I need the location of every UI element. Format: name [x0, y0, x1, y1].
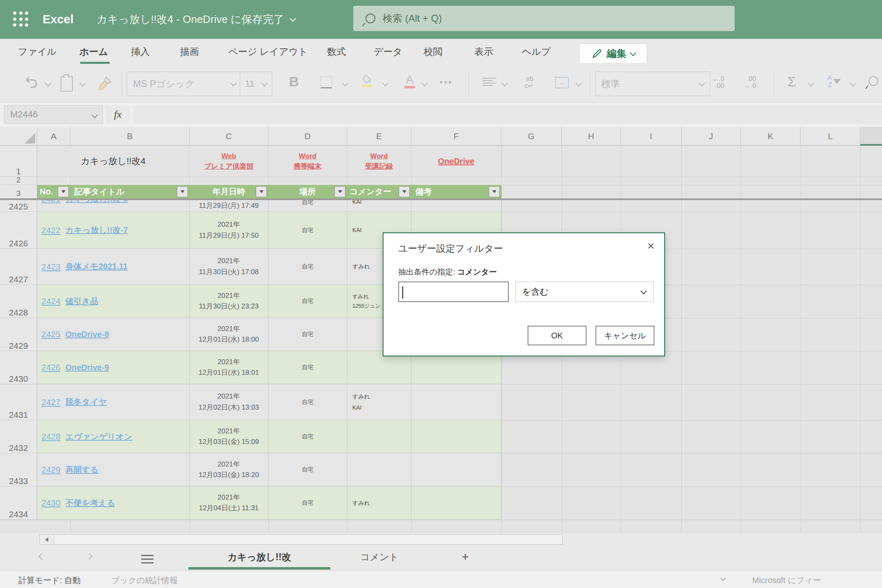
column-header-g[interactable]: G [501, 127, 562, 146]
cell-date[interactable]: 2021年 12月03日(金) 18:20 [189, 453, 268, 486]
row-header-2429[interactable]: 2429 [0, 318, 37, 351]
sheet-tab-comment[interactable]: コメント [360, 545, 399, 569]
row-header-2434[interactable]: 2434 [0, 487, 37, 520]
cell-link-title[interactable]: OneDrive-9 [65, 363, 109, 372]
cell-link-title[interactable]: 脱冬タイヤ [65, 397, 107, 408]
undo-icon[interactable] [24, 74, 40, 91]
tab-review[interactable]: 校閲 [424, 39, 442, 65]
cell-place[interactable]: 自宅 [268, 285, 347, 318]
sheet-nav-left-icon[interactable] [38, 553, 45, 560]
row-header-2426[interactable]: 2426 [0, 212, 37, 249]
row-header-3[interactable]: 3 [0, 185, 37, 198]
autosum-icon[interactable]: Σ [787, 74, 796, 90]
cell-commenter[interactable]: すみれ KAI [347, 384, 411, 420]
cell-link-title[interactable]: カキっ放し!!改-6 [65, 200, 128, 205]
cell-commenter[interactable]: KAI [347, 200, 411, 212]
find-icon[interactable] [868, 76, 878, 86]
cell-note[interactable] [411, 487, 501, 519]
column-header-h[interactable]: H [562, 127, 621, 146]
cancel-button[interactable]: キャンセル [596, 326, 654, 345]
autosum-dropdown-chevron[interactable] [808, 80, 814, 87]
filter-button-title[interactable] [177, 186, 188, 197]
cell-date[interactable]: 2021年 12月04日(土) 11:31 [189, 487, 268, 519]
document-title[interactable]: カキっ放し!!改4 - OneDrive に保存完了 [97, 0, 295, 39]
cell-place[interactable]: 自宅 [268, 212, 347, 248]
tab-insert[interactable]: 挿入 [131, 39, 150, 65]
cell-date[interactable]: 2021年 11月29日(月) 17:50 [189, 212, 268, 248]
cell-link-no[interactable]: 2428 [41, 432, 61, 442]
column-header-m-selected[interactable] [860, 127, 882, 146]
cell-place[interactable]: 自宅 [268, 384, 347, 420]
calc-mode-status[interactable]: 計算モード: 自動 [18, 575, 81, 586]
cell-link-no[interactable]: 2423 [41, 262, 61, 272]
row-header-2431[interactable]: 2431 [0, 384, 37, 420]
cell-date[interactable]: 2021年 11月30日(火) 23:23 [189, 285, 268, 318]
column-header-c[interactable]: C [189, 127, 268, 146]
cell-note[interactable] [411, 420, 501, 453]
cell-place[interactable]: 自宅 [268, 487, 347, 519]
cell-link-title[interactable]: エヴァンゲリオン [65, 431, 133, 442]
merge-cells-icon[interactable]: ↔ [555, 77, 569, 88]
decrease-decimal-icon[interactable]: ←.0 .00 [712, 75, 724, 89]
fx-button[interactable]: fx [106, 105, 130, 124]
column-header-a[interactable]: A [37, 127, 70, 146]
tab-view[interactable]: 表示 [474, 39, 493, 65]
banner-link-word-mobile[interactable]: Word 携帯端末 [268, 146, 347, 177]
cell-commenter[interactable] [347, 453, 411, 486]
sheet-nav-right-icon[interactable] [86, 553, 93, 560]
edit-mode-button[interactable]: 編集 [579, 43, 647, 64]
column-header-j[interactable]: J [681, 127, 741, 146]
tab-draw[interactable]: 描画 [180, 39, 199, 65]
font-color-dropdown-chevron[interactable] [422, 80, 428, 87]
align-dropdown-chevron[interactable] [502, 80, 508, 87]
formula-input[interactable] [133, 105, 882, 124]
cell-note[interactable] [411, 384, 501, 420]
row-header-2427[interactable]: 2427 [0, 249, 37, 285]
sheet-list-menu-icon[interactable] [141, 552, 153, 566]
font-name-select[interactable]: MS Pゴシック [127, 78, 240, 90]
add-sheet-button[interactable]: + [462, 545, 469, 569]
font-size-select[interactable]: 11 [240, 79, 272, 89]
row-header-2425[interactable]: 2425 [0, 200, 37, 212]
name-box[interactable]: M2446 [4, 105, 103, 124]
filter-button-no[interactable] [58, 186, 69, 197]
more-options-icon[interactable]: ••• [440, 77, 453, 88]
workbook-stats-status[interactable]: ブックの統計情報 [111, 575, 178, 586]
app-launcher-icon[interactable] [13, 11, 29, 28]
cell-date[interactable]: 2021年 12月02日(木) 13:03 [189, 384, 268, 420]
filter-button-note[interactable] [489, 186, 500, 197]
banner-title-cell[interactable]: カキっ放し!!改4 [37, 146, 189, 177]
column-header-d[interactable]: D [268, 127, 347, 146]
horizontal-scrollbar[interactable] [54, 534, 563, 545]
cell-commenter[interactable]: すみれ [347, 487, 411, 519]
tab-page-layout[interactable]: ページ レイアウト [228, 39, 308, 65]
tab-help[interactable]: ヘルプ [522, 39, 551, 65]
cell-link-no[interactable]: 2424 [41, 296, 61, 306]
banner-link-word-course[interactable]: Word 受講記録 [347, 146, 411, 177]
cell-link-title[interactable]: 値引き品 [65, 296, 98, 307]
format-painter-icon[interactable] [97, 75, 113, 92]
cell-place[interactable]: 自宅 [268, 453, 347, 486]
row-header-2432[interactable]: 2432 [0, 420, 37, 453]
cell-link-no[interactable]: 2427 [41, 397, 61, 407]
cell-link-no[interactable]: 2421 [41, 200, 61, 204]
cell-note[interactable] [411, 200, 501, 212]
cell-link-no[interactable]: 2430 [41, 498, 61, 508]
fill-color-icon[interactable] [362, 74, 372, 84]
banner-link-onedrive[interactable]: OneDrive [411, 146, 501, 177]
cell-place[interactable]: 自宅 [268, 200, 347, 212]
row-header-2433[interactable]: 2433 [0, 453, 37, 487]
column-header-i[interactable]: I [621, 127, 681, 146]
cell-place[interactable]: 自宅 [268, 318, 347, 351]
cell-place[interactable]: 自宅 [268, 420, 347, 453]
cell-link-title[interactable]: 身体メモ2021.11 [65, 261, 128, 272]
cell-link-no[interactable]: 2425 [41, 329, 61, 339]
column-header-k[interactable]: K [741, 127, 801, 146]
cell-place[interactable]: 自宅 [268, 249, 347, 284]
cell-date[interactable]: 2021年 12月01日(水) 18:00 [189, 318, 268, 351]
column-header-e[interactable]: E [347, 127, 411, 146]
app-name[interactable]: Excel [43, 0, 74, 39]
column-header-l[interactable]: L [801, 127, 860, 146]
filter-value-input[interactable] [398, 282, 509, 302]
row-header-1[interactable]: 1 [0, 146, 37, 177]
